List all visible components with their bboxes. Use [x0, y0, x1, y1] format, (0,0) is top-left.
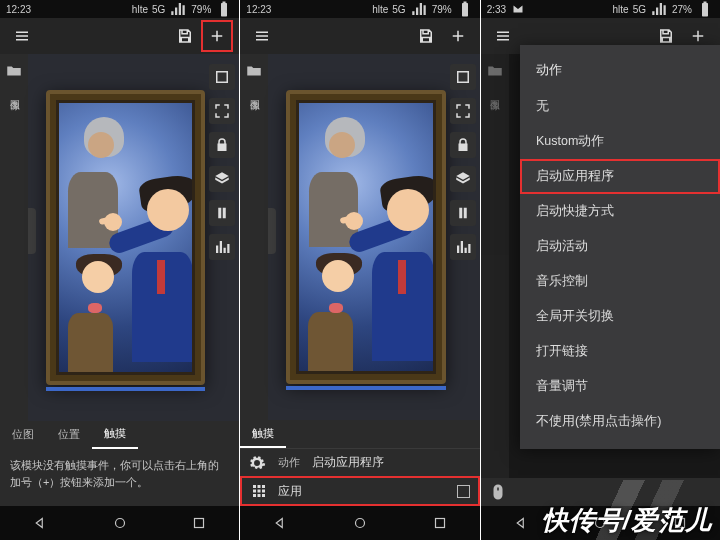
menu-item-shortcut[interactable]: 启动快捷方式: [520, 194, 720, 229]
layers-tool[interactable]: [209, 166, 235, 192]
select-tool[interactable]: [209, 64, 235, 90]
status-net: 5G: [633, 4, 646, 15]
tab-position[interactable]: 位置: [46, 421, 92, 449]
layers-tool[interactable]: [450, 166, 476, 192]
battery-icon: [215, 0, 233, 18]
signal-icon: [410, 0, 428, 18]
expand-tool[interactable]: [209, 98, 235, 124]
nav-back[interactable]: [262, 514, 298, 532]
nav-home[interactable]: [102, 514, 138, 532]
action-menu-title: 动作: [520, 57, 720, 89]
tab-touch[interactable]: 触摸: [240, 420, 286, 448]
add-button[interactable]: [442, 20, 474, 52]
menu-item-volume[interactable]: 音量调节: [520, 369, 720, 404]
lock-tool[interactable]: [209, 132, 235, 158]
menu-item-activity[interactable]: 启动活动: [520, 229, 720, 264]
app-row[interactable]: 应用: [240, 476, 479, 506]
mail-icon: [512, 3, 524, 15]
svg-point-4: [355, 519, 364, 528]
status-time: 12:23: [6, 4, 31, 15]
status-time: 12:23: [246, 4, 271, 15]
menu-item-openlink[interactable]: 打开链接: [520, 334, 720, 369]
tab-touch[interactable]: 触摸: [92, 421, 138, 449]
status-net: 5G: [392, 4, 405, 15]
layers-icon: [213, 170, 231, 188]
layers-icon: [454, 170, 472, 188]
menu-item-launch-app[interactable]: 启动应用程序: [520, 159, 720, 194]
left-tools: 图像: [0, 54, 28, 421]
status-battery: 27%: [672, 4, 692, 15]
menu-icon: [494, 27, 512, 45]
menu-item-none[interactable]: 无: [520, 89, 720, 124]
nav-back[interactable]: [503, 514, 539, 532]
square-icon: [454, 68, 472, 86]
side-handle[interactable]: [28, 208, 36, 254]
right-tools: [209, 64, 235, 260]
menu-item-kustom[interactable]: Kustom动作: [520, 124, 720, 159]
top-bar: [240, 18, 479, 54]
picture-frame[interactable]: [46, 90, 205, 385]
status-bar: 12:23 hlte 5G 79%: [0, 0, 239, 18]
folder-tool[interactable]: [484, 60, 506, 82]
plus-icon: [689, 27, 707, 45]
home-circle-icon: [111, 514, 129, 532]
add-button[interactable]: [201, 20, 233, 52]
canvas-area[interactable]: [268, 54, 479, 420]
status-battery: 79%: [191, 4, 211, 15]
back-triangle-icon: [271, 514, 289, 532]
gear-icon: [248, 454, 266, 472]
nav-bar: [240, 506, 479, 540]
expand-tool[interactable]: [450, 98, 476, 124]
menu-item-disable[interactable]: 不使用(禁用点击操作): [520, 404, 720, 439]
baseline-bar: [46, 387, 205, 391]
menu-icon: [13, 27, 31, 45]
select-tool[interactable]: [450, 64, 476, 90]
nav-recent[interactable]: [181, 514, 217, 532]
canvas-area[interactable]: [28, 54, 239, 421]
nav-home[interactable]: [342, 514, 378, 532]
stats-tool[interactable]: [209, 234, 235, 260]
status-sig: hlte: [372, 4, 388, 15]
pause-icon: [454, 204, 472, 222]
svg-point-1: [115, 519, 124, 528]
signal-icon: [650, 0, 668, 18]
action-row-dim[interactable]: [481, 478, 720, 506]
screenshot-3: 2:33 hlte 5G 27% 图像: [481, 0, 720, 540]
nav-recent[interactable]: [422, 514, 458, 532]
pause-tool[interactable]: [209, 200, 235, 226]
stats-tool[interactable]: [450, 234, 476, 260]
folder-tool[interactable]: [3, 60, 25, 82]
status-bar: 2:33 hlte 5G 27%: [481, 0, 720, 18]
menu-item-music[interactable]: 音乐控制: [520, 264, 720, 299]
folder-icon: [5, 62, 23, 80]
picture-frame[interactable]: [286, 90, 445, 384]
pause-tool[interactable]: [450, 200, 476, 226]
menu-button[interactable]: [6, 20, 38, 52]
save-button[interactable]: [169, 20, 201, 52]
nav-back[interactable]: [22, 514, 58, 532]
watermark-text: 快传号/爱范儿: [542, 503, 712, 538]
menu-button[interactable]: [487, 20, 519, 52]
tab-bitmap[interactable]: 位图: [0, 421, 46, 449]
app-row-checkbox[interactable]: [457, 485, 470, 498]
lock-tool[interactable]: [450, 132, 476, 158]
baseline-bar: [286, 386, 445, 390]
side-handle[interactable]: [268, 208, 276, 254]
folder-tool[interactable]: [243, 60, 265, 82]
top-bar: [0, 18, 239, 54]
expand-icon: [213, 102, 231, 120]
menu-item-global[interactable]: 全局开关切换: [520, 299, 720, 334]
lock-icon: [454, 136, 472, 154]
menu-button[interactable]: [246, 20, 278, 52]
expand-icon: [454, 102, 472, 120]
save-icon: [417, 27, 435, 45]
battery-icon: [696, 0, 714, 18]
save-button[interactable]: [410, 20, 442, 52]
stats-icon: [213, 238, 231, 256]
status-sig: hlte: [132, 4, 148, 15]
action-row[interactable]: 动作 启动应用程序: [240, 448, 479, 476]
recent-square-icon: [431, 514, 449, 532]
left-tools: 图像: [240, 54, 268, 420]
mouse-icon: [489, 483, 507, 501]
screenshot-1: 12:23 hlte 5G 79% 图像: [0, 0, 240, 540]
